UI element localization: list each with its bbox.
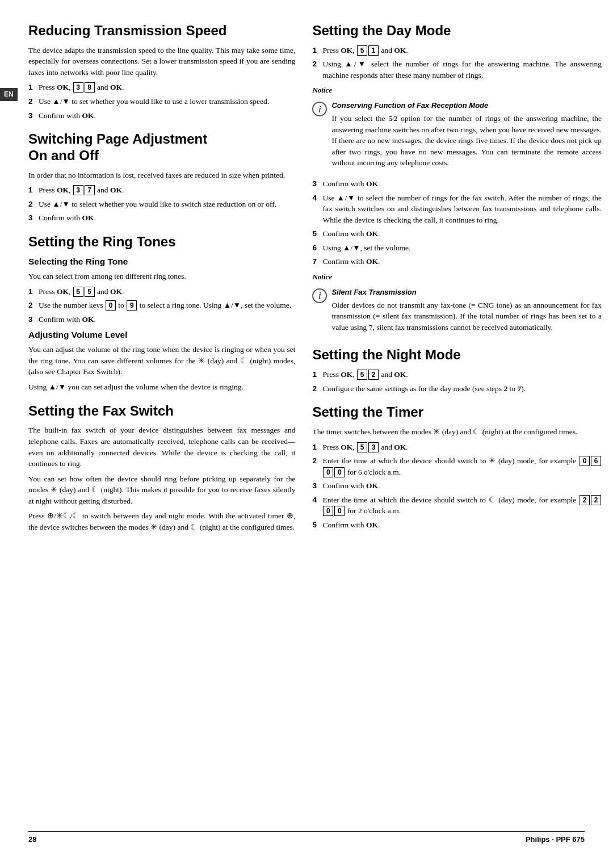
step-1: 1 Press OK, 38 and OK. — [28, 82, 295, 93]
step-5: 5 Confirm with OK. — [312, 519, 602, 531]
key-5: 5 — [85, 287, 95, 297]
step-2: 2 Use ▲/▼ to select whether you would li… — [28, 199, 295, 210]
key-5: 5 — [73, 287, 83, 297]
step-6: 6 Using ▲/▼, set the volume. — [312, 242, 602, 254]
language-badge: EN — [0, 88, 18, 101]
section-title-timer: Setting the Timer — [312, 404, 602, 421]
step-2: 2 Enter the time at which the device sho… — [312, 455, 602, 477]
section-title-night-mode: Setting the Night Mode — [312, 347, 602, 363]
key-2: 2 — [368, 370, 379, 380]
key-0: 0 — [106, 300, 116, 311]
step-3: 3 Confirm with OK. — [312, 178, 602, 190]
step-3: 3 Confirm with OK. — [28, 314, 295, 325]
key-1: 1 — [368, 45, 379, 56]
left-column: Reducing Transmission Speed The device a… — [28, 23, 295, 820]
key-2: 2 — [591, 495, 601, 505]
step-1: 1 Press OK, 52 and OK. — [312, 369, 602, 380]
notice-conserving: i Conserving Function of Fax Reception M… — [312, 100, 602, 173]
step-3: 3 Confirm with OK. — [28, 110, 295, 121]
section-day-mode: Setting the Day Mode 1 Press OK, 51 and … — [312, 23, 602, 337]
section-reducing-speed: Reducing Transmission Speed The device a… — [28, 23, 295, 121]
key-5: 5 — [357, 442, 367, 452]
section-title-ring-tones: Setting the Ring Tones — [28, 234, 295, 250]
notice-icon-1: i — [312, 102, 327, 116]
sub-title-selecting-ring: Selecting the Ring Tone — [28, 256, 295, 267]
footer: 28 Philips · PPF 675 — [28, 831, 585, 845]
step-3: 3 Confirm with OK. — [28, 212, 295, 224]
ok-label: OK — [57, 83, 69, 91]
notice-label-2: Notice — [312, 272, 602, 283]
step-5: 5 Confirm with OK. — [312, 228, 602, 240]
section-fax-switch: Setting the Fax Switch The built-in fax … — [28, 403, 295, 533]
key-8: 8 — [85, 82, 95, 93]
notice-body-conserving: If you select the 5⁄2 option for the num… — [331, 113, 602, 169]
notice-silent-fax: i Silent Fax Transmission Older devices … — [312, 287, 602, 337]
steps-page-adjustment: 1 Press OK, 37 and OK. 2 Use ▲/▼ to sele… — [28, 184, 295, 224]
key-3: 3 — [73, 185, 83, 195]
section-title-reducing-speed: Reducing Transmission Speed — [28, 23, 295, 39]
step-1: 1 Press OK, 53 and OK. — [312, 442, 602, 453]
step-2: 2 Use the number keys 0 to 9 to select a… — [28, 300, 295, 311]
step-1: 1 Press OK, 51 and OK. — [312, 45, 602, 56]
adjusting-volume-intro: You can adjust the volume of the ring to… — [28, 344, 295, 378]
key-0: 0 — [334, 506, 345, 516]
step-1: 1 Press OK, 37 and OK. — [28, 184, 295, 196]
section-night-mode: Setting the Night Mode 1 Press OK, 52 an… — [312, 347, 602, 394]
step-2: 2 Configure the same settings as for the… — [312, 383, 602, 395]
step-7: 7 Confirm with OK. — [312, 256, 602, 267]
timer-intro: The timer switches between the modes ✳ (… — [312, 426, 602, 438]
notice-label: Notice — [312, 85, 602, 96]
key-0: 0 — [323, 506, 333, 516]
key-9: 9 — [127, 300, 137, 311]
section-timer: Setting the Timer The timer switches bet… — [312, 404, 602, 530]
section-page-adjustment-intro: In order that no information is lost, re… — [28, 170, 295, 181]
key-5: 5 — [357, 45, 367, 56]
key-0: 0 — [580, 456, 590, 466]
section-title-page-adjustment: Switching Page AdjustmentOn and Off — [28, 131, 295, 164]
footer-page-number: 28 — [28, 835, 36, 845]
notice-body-silent: Older devices do not transmit any fax-to… — [331, 300, 602, 333]
section-title-fax-switch: Setting the Fax Switch — [28, 403, 295, 420]
key-0: 0 — [334, 467, 345, 477]
fax-switch-intro1: The built-in fax switch of your device d… — [28, 425, 295, 469]
ok-confirm: OK — [82, 111, 94, 120]
steps-reducing-speed: 1 Press OK, 38 and OK. 2 Use ▲/▼ to set … — [28, 82, 295, 121]
step-1: 1 Press OK, 55 and OK. — [28, 286, 295, 297]
right-column: Setting the Day Mode 1 Press OK, 51 and … — [312, 23, 602, 820]
page: EN Reducing Transmission Speed The devic… — [0, 0, 613, 868]
key-2: 2 — [580, 495, 590, 505]
step-2: 2 Using ▲/▼ select the number of rings f… — [312, 58, 602, 81]
step-4: 4 Use ▲/▼ to select the number of rings … — [312, 192, 602, 226]
ok-label-2: OK — [110, 83, 122, 91]
notice-icon-2: i — [312, 288, 327, 303]
notice-title-silent: Silent Fax Transmission — [331, 287, 602, 298]
adjusting-volume-extra: Using ▲/▼ you can set adjust the volume … — [28, 381, 295, 393]
key-3: 3 — [368, 442, 379, 452]
key-6: 6 — [591, 456, 601, 466]
key-7: 7 — [85, 185, 95, 195]
step-4: 4 Enter the time at which the device sho… — [312, 494, 602, 517]
key-0: 0 — [323, 467, 333, 477]
key-3: 3 — [73, 82, 83, 93]
step-3: 3 Confirm with OK. — [312, 480, 602, 492]
step-2: 2 Use ▲/▼ to set whether you would like … — [28, 96, 295, 107]
fax-switch-intro2: You can set how often the device should … — [28, 473, 295, 507]
selecting-ring-intro: You can select from among ten different … — [28, 271, 295, 282]
section-reducing-speed-intro: The device adapts the transmission speed… — [28, 45, 295, 78]
section-ring-tones: Setting the Ring Tones Selecting the Rin… — [28, 234, 295, 393]
section-page-adjustment: Switching Page AdjustmentOn and Off In o… — [28, 131, 295, 224]
fax-switch-intro3: Press ⊕/✳☾/☾ to switch between day and n… — [28, 510, 295, 532]
sub-title-adjusting-volume: Adjusting Volume Level — [28, 329, 295, 341]
footer-brand: Philips · PPF 675 — [526, 835, 585, 845]
key-5: 5 — [357, 370, 367, 380]
notice-title-conserving: Conserving Function of Fax Reception Mod… — [331, 100, 602, 111]
section-title-day-mode: Setting the Day Mode — [312, 23, 602, 39]
